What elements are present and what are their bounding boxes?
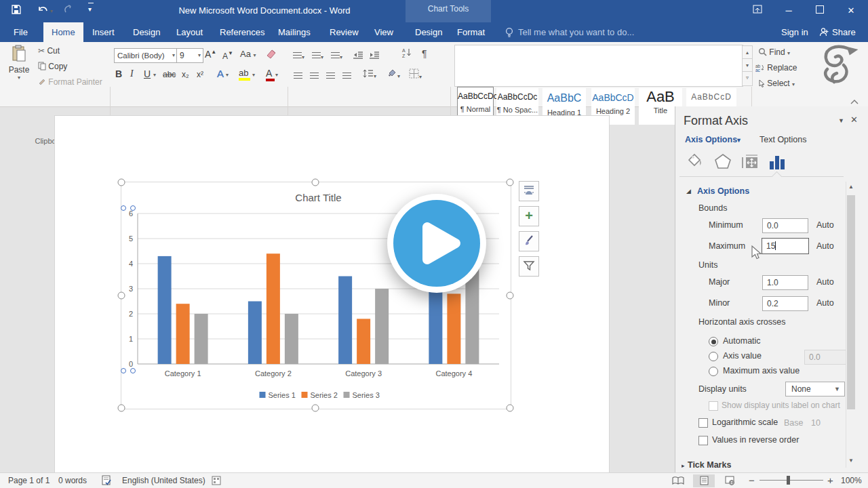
chart-handle-e[interactable] <box>507 292 514 300</box>
pane-options-caret-icon[interactable]: ▼ <box>838 117 844 124</box>
italic-button[interactable]: I <box>130 68 134 79</box>
y-tick-label[interactable]: 1 <box>129 335 133 343</box>
automatic-radio[interactable] <box>709 337 718 346</box>
grow-font-button[interactable]: A▲ <box>205 49 216 60</box>
axis-selection-handle[interactable] <box>130 205 136 211</box>
language-indicator[interactable]: English (United States) <box>122 476 205 485</box>
tab-chart-design[interactable]: Design <box>407 22 450 42</box>
video-play-overlay[interactable] <box>387 194 486 293</box>
pane-tab-axis-options[interactable]: Axis Options <box>685 135 737 144</box>
zoom-level[interactable]: 100% <box>841 476 862 485</box>
legend-item[interactable]: Series 1 <box>269 391 296 399</box>
replace-button[interactable]: abac Replace <box>755 63 797 73</box>
chart-styles-button[interactable] <box>519 231 539 251</box>
minor-auto-button[interactable]: Auto <box>816 298 834 308</box>
styles-scroll-up-button[interactable]: ▴ <box>742 45 753 60</box>
text-effects-button[interactable]: A <box>217 68 224 79</box>
chart-handle-s[interactable] <box>312 405 319 412</box>
highlight-caret-icon[interactable]: ▾ <box>252 72 255 78</box>
minimum-auto-button[interactable]: Auto <box>816 220 834 230</box>
zoom-slider-thumb[interactable] <box>787 476 790 485</box>
web-layout-button[interactable] <box>719 474 741 487</box>
y-tick-label[interactable]: 0 <box>129 360 133 368</box>
increase-indent-button[interactable] <box>369 49 380 62</box>
display-units-dropdown[interactable]: None ▼ <box>785 382 845 396</box>
close-button[interactable]: ✕ <box>841 3 861 19</box>
effects-icon[interactable] <box>713 153 732 174</box>
select-button[interactable]: Select ▾ <box>758 79 795 88</box>
text-effects-caret-icon[interactable]: ▾ <box>226 72 229 78</box>
axis-selection-handle[interactable] <box>121 205 126 211</box>
chart-bar-series-3[interactable] <box>195 314 208 364</box>
chart-handle-n[interactable] <box>312 179 319 186</box>
tab-mailings[interactable]: Mailings <box>270 22 319 42</box>
ribbon-display-options-icon[interactable] <box>747 3 768 19</box>
chart-title[interactable]: Chart Title <box>295 192 341 203</box>
zoom-slider-track[interactable] <box>760 480 823 481</box>
bold-button[interactable]: B <box>115 68 122 79</box>
tab-home[interactable]: Home <box>43 22 83 42</box>
borders-button[interactable]: ▾ <box>409 68 422 81</box>
highlight-button[interactable]: ab <box>239 68 250 81</box>
x-axis-label[interactable]: Category 4 <box>435 369 472 378</box>
pane-scrollbar-thumb[interactable] <box>847 195 855 409</box>
chart-bar-series-2[interactable] <box>447 293 460 364</box>
maximum-axis-value-radio[interactable] <box>709 367 718 376</box>
chart-bar-series-1[interactable] <box>248 302 262 365</box>
y-tick-label[interactable]: 5 <box>129 235 133 243</box>
chart-bar-series-3[interactable] <box>375 289 389 364</box>
chart-bar-series-1[interactable] <box>338 277 352 365</box>
reverse-order-checkbox[interactable] <box>698 436 708 445</box>
maximize-button[interactable] <box>810 3 830 19</box>
automatic-label[interactable]: Automatic <box>723 336 761 346</box>
change-case-button[interactable]: Aa ▾ <box>240 49 256 59</box>
section-axis-options[interactable]: Axis Options <box>697 186 749 196</box>
y-tick-label[interactable]: 2 <box>129 310 133 318</box>
styles-scroll-down-button[interactable]: ▾ <box>742 58 753 73</box>
subscript-button[interactable]: x₂ <box>182 70 189 79</box>
font-name-combo[interactable]: Calibri (Body)▾ <box>114 48 178 63</box>
axis-value-label[interactable]: Axis value <box>723 351 762 361</box>
print-layout-button[interactable] <box>693 474 715 487</box>
numbering-button[interactable]: ▾ <box>312 49 323 62</box>
chart-bar-series-2[interactable] <box>357 319 370 364</box>
align-right-button[interactable] <box>326 70 335 82</box>
font-size-combo[interactable]: 9▾ <box>176 48 203 63</box>
reverse-order-label[interactable]: Values in reverse order <box>712 435 799 445</box>
axis-value-radio[interactable] <box>709 352 718 361</box>
maximum-auto-button[interactable]: Auto <box>816 241 834 251</box>
customize-qat-icon[interactable]: ▾ <box>88 5 92 13</box>
chart-elements-button[interactable]: + <box>519 206 539 226</box>
underline-caret-icon[interactable]: ▾ <box>153 72 156 78</box>
chart-handle-ne[interactable] <box>507 179 514 186</box>
macro-recording-icon[interactable] <box>212 476 221 488</box>
maximum-input[interactable]: 15 <box>762 238 809 254</box>
pane-tab-text-options[interactable]: Text Options <box>760 135 806 144</box>
find-button[interactable]: Find ▾ <box>758 47 790 57</box>
share-button[interactable]: Share <box>832 27 856 37</box>
chart-handle-nw[interactable] <box>118 179 125 186</box>
undo-icon[interactable] <box>37 4 49 18</box>
cut-button[interactable]: ✂ Cut <box>38 46 60 56</box>
fill-line-icon[interactable] <box>686 153 705 174</box>
font-color-button[interactable]: A <box>266 68 275 81</box>
sort-button[interactable]: AZ <box>401 47 412 61</box>
chart-bar-series-1[interactable] <box>158 256 172 364</box>
axis-options-chart-icon[interactable] <box>768 153 787 174</box>
shrink-font-button[interactable]: A▼ <box>222 50 233 61</box>
tab-design[interactable]: Design <box>125 22 168 42</box>
axis-selection-handle[interactable] <box>121 368 126 373</box>
undo-dropdown-caret-icon[interactable]: ▾ <box>50 8 53 14</box>
section-collapse-icon[interactable]: ◢ <box>686 188 691 195</box>
underline-button[interactable]: U <box>144 68 151 79</box>
align-left-button[interactable] <box>294 70 302 82</box>
shading-button[interactable]: ▾ <box>387 68 400 81</box>
x-axis-label[interactable]: Category 3 <box>345 369 382 378</box>
chart-bar-series-2[interactable] <box>267 253 280 364</box>
tab-references[interactable]: References <box>212 22 273 42</box>
show-marks-button[interactable]: ¶ <box>422 48 427 59</box>
chart-handle-se[interactable] <box>507 405 514 412</box>
layout-options-button[interactable] <box>519 181 539 201</box>
chart-handle-w[interactable] <box>118 292 125 300</box>
line-spacing-button[interactable]: ▾ <box>363 68 376 81</box>
